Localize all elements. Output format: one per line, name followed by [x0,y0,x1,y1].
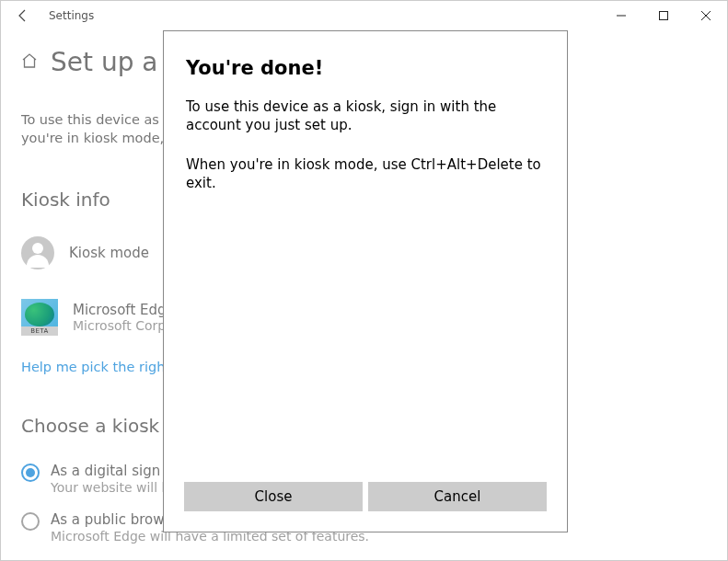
app-title: Settings [49,9,94,22]
close-button[interactable]: Close [184,482,363,511]
back-arrow-icon [16,8,30,23]
radio-icon [21,464,40,482]
home-icon[interactable] [21,52,38,72]
cancel-button[interactable]: Cancel [368,482,547,511]
maximize-icon [659,11,668,20]
titlebar: Settings [1,1,727,30]
maximize-button[interactable] [642,1,685,30]
radio-icon [21,512,40,531]
svg-rect-0 [660,12,668,20]
dialog-text-2: When you're in kiosk mode, use Ctrl+Alt+… [186,155,545,193]
minimize-button[interactable] [600,1,642,30]
edge-beta-icon: BETA [21,299,58,336]
dialog-title: You're done! [186,57,545,79]
minimize-icon [617,11,626,20]
close-icon [701,11,711,20]
kiosk-account-name: Kiosk mode [69,245,149,261]
dialog-text-1: To use this device as a kiosk, sign in w… [186,97,545,135]
close-window-button[interactable] [685,1,727,30]
done-dialog: You're done! To use this device as a kio… [163,30,568,532]
avatar-icon [21,236,54,269]
back-button[interactable] [1,1,45,30]
